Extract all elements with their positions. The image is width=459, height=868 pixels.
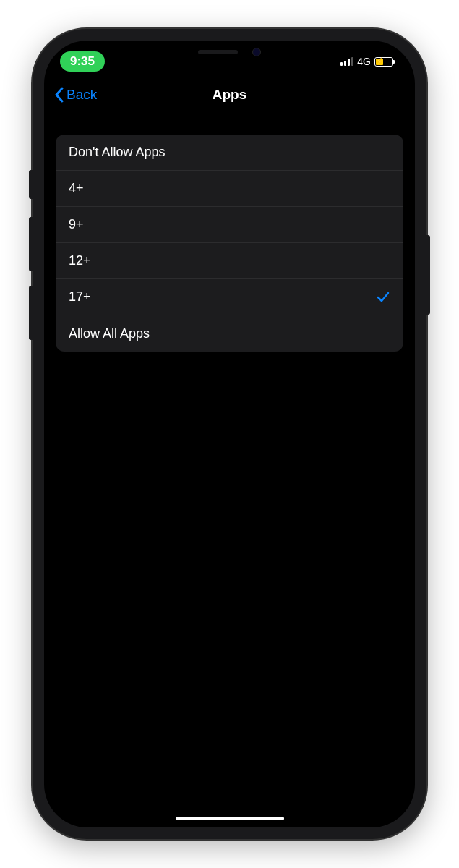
charging-bolt-icon: ⚡ [375,58,384,65]
option-12-plus[interactable]: 12+ [56,243,403,279]
content: Don't Allow Apps 4+ 9+ 12+ 17+ [44,113,415,373]
option-17-plus[interactable]: 17+ [56,279,403,315]
screen: 9:35 4G ⚡ Back [44,41,415,827]
signal-icon [340,57,353,66]
nav-bar: Back Apps [44,77,415,113]
chevron-left-icon [54,87,64,103]
mute-switch [29,170,33,199]
status-time: 9:35 [70,54,95,68]
option-dont-allow[interactable]: Don't Allow Apps [56,135,403,171]
home-indicator[interactable] [176,817,284,820]
back-button[interactable]: Back [54,87,97,103]
volume-down-button [29,286,33,340]
option-label: 4+ [69,181,84,196]
time-pill[interactable]: 9:35 [60,51,105,72]
page-title: Apps [213,87,247,103]
option-label: 9+ [69,217,84,232]
option-label: 17+ [69,289,91,305]
battery-icon: ⚡ [374,57,393,67]
options-list: Don't Allow Apps 4+ 9+ 12+ 17+ [56,135,403,352]
phone-frame: 9:35 4G ⚡ Back [33,29,426,839]
power-button [426,235,430,315]
status-right: 4G ⚡ [340,56,393,67]
notch [168,41,291,64]
option-label: Allow All Apps [69,326,150,341]
speaker [198,50,238,54]
option-9-plus[interactable]: 9+ [56,207,403,243]
volume-up-button [29,217,33,271]
network-label: 4G [357,56,371,67]
battery-fill: ⚡ [376,59,383,65]
option-4-plus[interactable]: 4+ [56,171,403,207]
checkmark-icon [376,290,390,305]
back-label: Back [67,87,97,103]
option-allow-all[interactable]: Allow All Apps [56,315,403,352]
option-label: 12+ [69,253,91,268]
front-camera [252,48,261,56]
status-left: 9:35 [60,51,105,72]
option-label: Don't Allow Apps [69,145,166,160]
